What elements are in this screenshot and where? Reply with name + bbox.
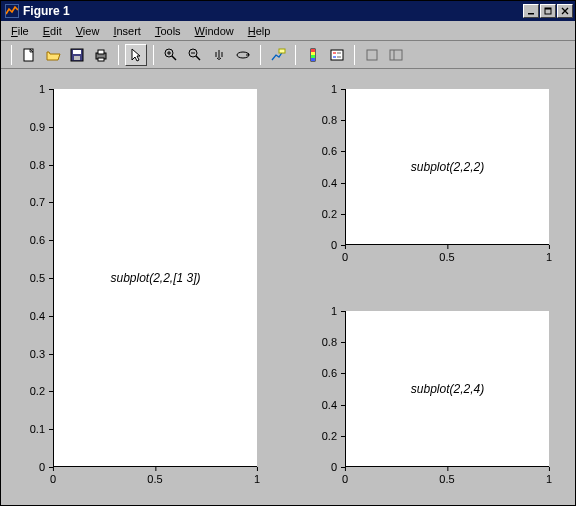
svg-rect-23: [311, 55, 315, 58]
datacursor-button[interactable]: [267, 44, 289, 66]
save-button[interactable]: [66, 44, 88, 66]
x-tick-label: 0: [342, 251, 348, 263]
y-tick-label: 0.4: [30, 310, 45, 322]
y-tick-label: 0.9: [30, 121, 45, 133]
svg-rect-9: [98, 50, 104, 54]
y-tick-label: 1: [331, 83, 337, 95]
svg-rect-21: [311, 49, 315, 52]
axes-3[interactable]: subplot(2,2,4) 00.20.40.60.81 00.51: [301, 305, 553, 491]
x-tick-label: 0.5: [439, 251, 454, 263]
x-tick-label: 0: [50, 473, 56, 485]
y-tick-label: 0.2: [30, 385, 45, 397]
svg-line-12: [172, 56, 176, 60]
zoom-out-button[interactable]: [184, 44, 206, 66]
minimize-button[interactable]: [523, 4, 539, 18]
hide-plot-tools-button[interactable]: [361, 44, 383, 66]
svg-rect-25: [331, 50, 343, 60]
x-ticks: 00.51: [345, 249, 549, 269]
show-plot-tools-button[interactable]: [385, 44, 407, 66]
y-tick-label: 0.8: [322, 114, 337, 126]
maximize-button[interactable]: [540, 4, 556, 18]
titlebar[interactable]: Figure 1: [1, 1, 575, 21]
print-button[interactable]: [90, 44, 112, 66]
colorbar-button[interactable]: [302, 44, 324, 66]
y-tick-label: 0: [331, 461, 337, 473]
menu-tools[interactable]: Tools: [149, 23, 187, 39]
svg-rect-3: [545, 8, 551, 10]
y-tick-label: 1: [331, 305, 337, 317]
svg-line-16: [196, 56, 200, 60]
open-button[interactable]: [42, 44, 64, 66]
x-tick-label: 0.5: [439, 473, 454, 485]
menu-edit[interactable]: Edit: [37, 23, 68, 39]
toolbar-separator: [295, 45, 296, 65]
axes-annotation: subplot(2,2,4): [411, 382, 484, 396]
x-tick-label: 1: [546, 473, 552, 485]
plot-area: subplot(2,2,2): [345, 89, 549, 245]
toolbar-separator: [260, 45, 261, 65]
svg-rect-31: [390, 50, 402, 60]
svg-rect-19: [279, 49, 285, 53]
plot-area: subplot(2,2,4): [345, 311, 549, 467]
x-ticks: 00.51: [345, 471, 549, 491]
figure-window: Figure 1 File Edit View Insert Tools Win…: [0, 0, 576, 506]
y-tick-label: 0.3: [30, 348, 45, 360]
x-ticks: 00.51: [53, 471, 257, 491]
toolbar: [1, 41, 575, 69]
svg-rect-10: [98, 58, 104, 61]
close-button[interactable]: [557, 4, 573, 18]
menu-view[interactable]: View: [70, 23, 106, 39]
svg-rect-24: [311, 58, 315, 61]
y-tick-label: 0.2: [322, 208, 337, 220]
y-tick-label: 0: [39, 461, 45, 473]
y-ticks: 00.20.40.60.81: [301, 89, 341, 245]
y-tick-label: 0.8: [322, 336, 337, 348]
x-tick-label: 1: [546, 251, 552, 263]
app-icon: [5, 4, 19, 18]
y-tick-label: 1: [39, 83, 45, 95]
axes-annotation: subplot(2,2,[1 3]): [110, 271, 200, 285]
legend-button[interactable]: [326, 44, 348, 66]
plot-area: subplot(2,2,[1 3]): [53, 89, 257, 467]
window-controls: [522, 4, 573, 18]
axes-annotation: subplot(2,2,2): [411, 160, 484, 174]
y-tick-label: 0.6: [322, 145, 337, 157]
subplot-grid: subplot(2,2,[1 3]) 00.10.20.30.40.50.60.…: [9, 83, 553, 491]
axes-1[interactable]: subplot(2,2,[1 3]) 00.10.20.30.40.50.60.…: [9, 83, 261, 491]
svg-rect-7: [74, 56, 80, 60]
menu-help[interactable]: Help: [242, 23, 277, 39]
svg-rect-6: [73, 50, 81, 54]
y-tick-label: 0.4: [322, 399, 337, 411]
zoom-in-button[interactable]: [160, 44, 182, 66]
y-tick-label: 0.6: [322, 367, 337, 379]
window-title: Figure 1: [23, 4, 522, 18]
toolbar-separator: [153, 45, 154, 65]
menu-insert[interactable]: Insert: [107, 23, 147, 39]
toolbar-separator: [118, 45, 119, 65]
x-tick-label: 0: [342, 473, 348, 485]
pan-button[interactable]: [208, 44, 230, 66]
pointer-button[interactable]: [125, 44, 147, 66]
y-tick-label: 0.6: [30, 234, 45, 246]
y-tick-label: 0.5: [30, 272, 45, 284]
y-tick-label: 0.2: [322, 430, 337, 442]
menu-file[interactable]: File: [5, 23, 35, 39]
x-tick-label: 1: [254, 473, 260, 485]
y-tick-label: 0.4: [322, 177, 337, 189]
toolbar-separator: [11, 45, 12, 65]
toolbar-separator: [354, 45, 355, 65]
svg-rect-30: [367, 50, 377, 60]
new-figure-button[interactable]: [18, 44, 40, 66]
rotate3d-button[interactable]: [232, 44, 254, 66]
y-tick-label: 0.7: [30, 196, 45, 208]
svg-rect-22: [311, 52, 315, 55]
svg-rect-1: [528, 13, 534, 15]
figure-canvas: subplot(2,2,[1 3]) 00.10.20.30.40.50.60.…: [1, 69, 575, 505]
y-tick-label: 0: [331, 239, 337, 251]
y-tick-label: 0.8: [30, 159, 45, 171]
menu-window[interactable]: Window: [189, 23, 240, 39]
menubar: File Edit View Insert Tools Window Help: [1, 21, 575, 41]
axes-2[interactable]: subplot(2,2,2) 00.20.40.60.81 00.51: [301, 83, 553, 269]
x-tick-label: 0.5: [147, 473, 162, 485]
y-ticks: 00.10.20.30.40.50.60.70.80.91: [9, 89, 49, 467]
